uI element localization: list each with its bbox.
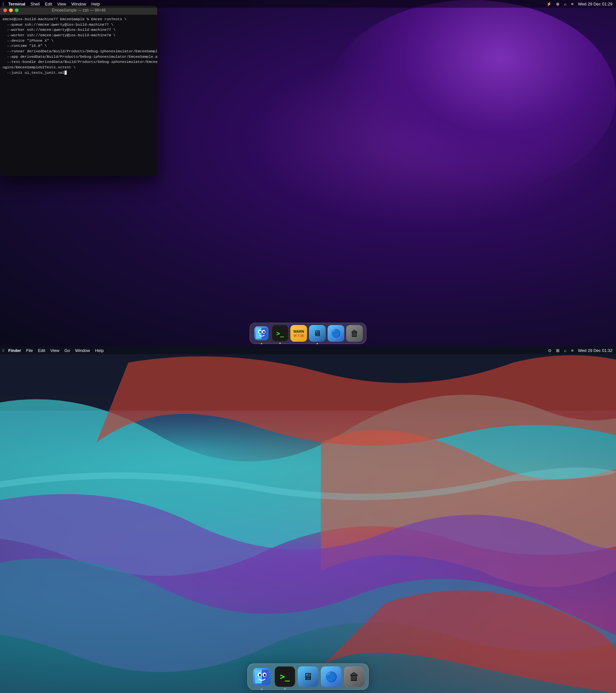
svg-point-16 <box>264 674 266 676</box>
svg-point-6 <box>259 331 261 333</box>
menu-items-top: Terminal Shell Edit View Window Help <box>6 1 102 7</box>
menubar-top-right: ⚡ ⊕ ⌕ ≡ Wed 29 Dec 01:29 <box>545 2 613 6</box>
term-line-10: ugins/EmceeSampleUITests.xctest \ <box>3 65 155 70</box>
dock-terminal-bottom[interactable]: >_ <box>275 666 295 687</box>
dock-trash-top[interactable]: 🗑 <box>346 325 363 342</box>
search-icon-top[interactable]: ⌕ <box>563 2 568 6</box>
term-line-5: --device "iPhone X" \ <box>3 38 155 44</box>
dock-finder-top[interactable] <box>253 325 270 342</box>
term-line-4: --worker ssh://emcee:qwerty@ios-build-ma… <box>3 33 155 38</box>
menu-edit-bottom[interactable]: Edit <box>36 348 47 354</box>
screens-icon-glyph-top: 🖥 <box>314 329 321 338</box>
battery-icon-top[interactable]: ⚡ <box>545 2 553 6</box>
maximize-button[interactable] <box>15 8 19 12</box>
menubar-top:  Terminal Shell Edit View Window Help ⚡… <box>0 0 616 8</box>
finder-dot-top <box>261 343 262 344</box>
term-line-2: --queue ssh://emcee:qwerty@ios-build-mac… <box>3 22 155 27</box>
privacy-icon-glyph-top: 🔵 <box>331 329 341 338</box>
menu-edit-top[interactable]: Edit <box>43 1 54 7</box>
search-icon-bottom[interactable]: ⌕ <box>563 348 568 353</box>
menu-finder-bottom[interactable]: Finder <box>6 348 23 354</box>
menubar-bottom:  Finder File Edit View Go Window Help ⊙… <box>0 346 616 354</box>
term-line-7: --runner derivedData/Build/Products/Debu… <box>3 49 155 54</box>
top-desktop:  Terminal Shell Edit View Window Help ⚡… <box>0 0 616 346</box>
close-button[interactable] <box>3 8 7 12</box>
wallpaper-svg <box>0 346 616 693</box>
menu-file-bottom[interactable]: File <box>24 348 35 354</box>
terminal-icon-glyph-bottom: >_ <box>280 672 290 681</box>
terminal-window: EmceeSample — zsh — 99×48 emcee@ios-buil… <box>0 6 157 176</box>
svg-point-15 <box>259 674 261 676</box>
finder-icon-top <box>254 326 269 340</box>
terminal-body[interactable]: emcee@ios-build-machine77 EmceeSample % … <box>0 15 157 176</box>
datetime-top: Wed 29 Dec 01:29 <box>577 2 613 6</box>
minimize-button[interactable] <box>9 8 13 12</box>
term-line-6: --runtime "15.0" \ <box>3 43 155 49</box>
dock-top: >_ WARN W 7:36 🖥 🔵 🗑 <box>250 323 366 344</box>
trash-icon-glyph-top: 🗑 <box>350 329 359 338</box>
accessibility-icon-bottom[interactable]: ⊙ <box>547 348 553 353</box>
notification-icon-bottom[interactable]: ≡ <box>570 348 575 353</box>
term-line-3: --worker ssh://emcee:qwerty@ios-build-ma… <box>3 27 155 33</box>
menu-items-bottom: Finder File Edit View Go Window Help <box>6 348 106 354</box>
menu-view-top[interactable]: View <box>55 1 68 7</box>
console-warn-count: W 7:36 <box>294 334 304 338</box>
menu-shell[interactable]: Shell <box>28 1 42 7</box>
menu-window-bottom[interactable]: Window <box>73 348 92 354</box>
menu-help-bottom[interactable]: Help <box>93 348 106 354</box>
dock-terminal-top[interactable]: >_ <box>272 325 289 342</box>
datetime-bottom: Wed 29 Dec 01:32 <box>577 348 613 353</box>
menu-go-bottom[interactable]: Go <box>62 348 72 354</box>
term-line-9: --test-bundle derivedData/Build/Products… <box>3 59 155 65</box>
menu-view-bottom[interactable]: View <box>48 348 62 354</box>
terminal-icon-glyph-top: >_ <box>276 330 284 337</box>
dock-screens-top[interactable]: 🖥 <box>309 325 326 342</box>
terminal-dot-bottom <box>284 688 286 690</box>
screencast-icon-bottom[interactable]: ⊞ <box>555 348 560 353</box>
term-line-1: emcee@ios-build-machine77 EmceeSample % … <box>3 17 155 22</box>
privacy-icon-glyph-bottom: 🔵 <box>325 671 337 682</box>
menubar-bottom-right: ⊙ ⊞ ⌕ ≡ Wed 29 Dec 01:32 <box>547 348 613 353</box>
apple-menu-bottom[interactable]:  <box>3 348 4 353</box>
dock-screens-bottom[interactable]: 🖥 <box>298 666 318 687</box>
svg-point-7 <box>263 331 265 333</box>
dock-privacy-top[interactable]: 🔵 <box>327 325 344 342</box>
bottom-desktop:  Finder File Edit View Go Window Help ⊙… <box>0 346 616 693</box>
console-warn-label: WARN <box>293 330 304 333</box>
menu-window-top[interactable]: Window <box>69 1 88 7</box>
dock-finder-bottom[interactable] <box>252 666 272 687</box>
traffic-lights <box>3 8 19 12</box>
finder-icon-bottom <box>253 668 271 685</box>
dock-bottom: >_ 🖥 🔵 🗑 <box>247 664 369 690</box>
notification-icon-top[interactable]: ≡ <box>570 2 575 6</box>
terminal-dot-top <box>279 343 281 344</box>
terminal-title: EmceeSample — zsh — 99×48 <box>52 8 105 13</box>
finder-dot-bottom <box>261 689 263 690</box>
menu-terminal[interactable]: Terminal <box>6 1 27 7</box>
svg-rect-11 <box>255 670 262 684</box>
wifi-icon-top[interactable]: ⊕ <box>555 2 560 6</box>
dock-trash-bottom[interactable]: 🗑 <box>344 666 364 687</box>
term-line-8: --app derivedData/Build/Products/Debug-i… <box>3 54 155 60</box>
screens-icon-glyph-bottom: 🖥 <box>303 671 313 682</box>
dock-privacy-bottom[interactable]: 🔵 <box>321 666 341 687</box>
term-line-11: --junit ui_tests_junit.xml <box>3 70 155 76</box>
dock-console-top[interactable]: WARN W 7:36 <box>290 325 307 342</box>
screens-dot-top <box>317 343 318 344</box>
apple-menu-top[interactable]:  <box>3 2 4 6</box>
trash-icon-glyph-bottom: 🗑 <box>349 671 359 683</box>
menu-help-top[interactable]: Help <box>89 1 102 7</box>
